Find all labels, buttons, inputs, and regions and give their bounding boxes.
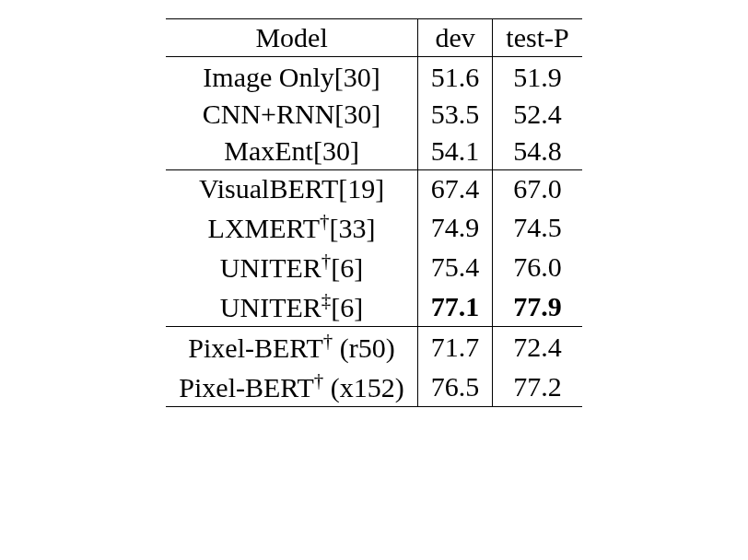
test-cell: 67.0 — [493, 170, 582, 208]
dev-cell: 76.5 — [417, 367, 493, 407]
test-cell: 77.9 — [493, 286, 582, 327]
table-row: Image Only[30]51.651.9 — [166, 59, 581, 96]
table-row: UNITER‡[6]77.177.9 — [166, 286, 581, 327]
dev-cell: 54.1 — [417, 133, 493, 170]
model-cell: UNITER‡[6] — [166, 286, 417, 327]
test-cell: 74.5 — [493, 207, 582, 247]
table-row: LXMERT†[33]74.974.5 — [166, 207, 581, 247]
model-cell: Image Only[30] — [166, 59, 417, 96]
model-cell: LXMERT†[33] — [166, 207, 417, 247]
dev-cell: 77.1 — [417, 286, 493, 327]
model-cell: UNITER†[6] — [166, 247, 417, 286]
col-header-model: Model — [166, 19, 417, 57]
table-row: CNN+RNN[30]53.552.4 — [166, 96, 581, 133]
table-row: Pixel-BERT† (x152)76.577.2 — [166, 367, 581, 407]
test-cell: 52.4 — [493, 96, 582, 133]
dev-cell: 75.4 — [417, 247, 493, 286]
table-row: Pixel-BERT† (r50)71.772.4 — [166, 327, 581, 368]
model-cell: Pixel-BERT† (x152) — [166, 367, 417, 407]
dev-cell: 51.6 — [417, 59, 493, 96]
dev-cell: 71.7 — [417, 327, 493, 368]
results-table: Model dev test-P Image Only[30]51.651.9C… — [166, 18, 581, 407]
test-cell: 54.8 — [493, 133, 582, 170]
table-row: UNITER†[6]75.476.0 — [166, 247, 581, 286]
model-cell: CNN+RNN[30] — [166, 96, 417, 133]
dev-cell: 74.9 — [417, 207, 493, 247]
dev-cell: 67.4 — [417, 170, 493, 208]
col-header-test: test-P — [493, 19, 582, 57]
test-cell: 76.0 — [493, 247, 582, 286]
header-row: Model dev test-P — [166, 19, 581, 57]
model-cell: MaxEnt[30] — [166, 133, 417, 170]
model-cell: VisualBERT[19] — [166, 170, 417, 208]
dev-cell: 53.5 — [417, 96, 493, 133]
col-header-dev: dev — [417, 19, 493, 57]
test-cell: 77.2 — [493, 367, 582, 407]
test-cell: 51.9 — [493, 59, 582, 96]
table-row: MaxEnt[30]54.154.8 — [166, 133, 581, 170]
test-cell: 72.4 — [493, 327, 582, 368]
model-cell: Pixel-BERT† (r50) — [166, 327, 417, 368]
table-body: Image Only[30]51.651.9CNN+RNN[30]53.552.… — [166, 59, 581, 407]
table-row: VisualBERT[19]67.467.0 — [166, 170, 581, 208]
